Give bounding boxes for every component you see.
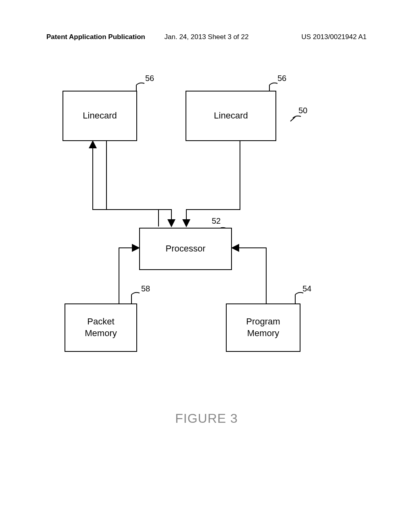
- box-label: Processor: [165, 243, 205, 255]
- diagram: Linecard Linecard Processor Packet Memor…: [0, 71, 413, 393]
- box-label: Packet Memory: [85, 316, 117, 339]
- box-label: Program Memory: [246, 316, 280, 339]
- program-memory-box: Program Memory: [226, 303, 300, 352]
- ref-label-52: 52: [212, 216, 221, 226]
- ref-label-58: 58: [141, 284, 150, 293]
- linecard-box-2: Linecard: [186, 91, 276, 141]
- page-header: Patent Application Publication Jan. 24, …: [0, 33, 413, 41]
- figure-label: FIGURE 3: [175, 411, 238, 426]
- header-right: US 2013/0021942 A1: [301, 33, 367, 41]
- processor-box: Processor: [139, 228, 232, 270]
- linecard-box-1: Linecard: [63, 91, 137, 141]
- ref-label-56b: 56: [277, 74, 286, 83]
- box-label: Linecard: [214, 110, 248, 122]
- header-left: Patent Application Publication: [46, 33, 145, 41]
- ref-label-54: 54: [302, 284, 311, 293]
- header-center: Jan. 24, 2013 Sheet 3 of 22: [165, 33, 249, 41]
- packet-memory-box: Packet Memory: [65, 303, 137, 352]
- ref-label-56a: 56: [145, 74, 154, 83]
- ref-label-50: 50: [298, 106, 307, 115]
- box-label: Linecard: [83, 110, 117, 122]
